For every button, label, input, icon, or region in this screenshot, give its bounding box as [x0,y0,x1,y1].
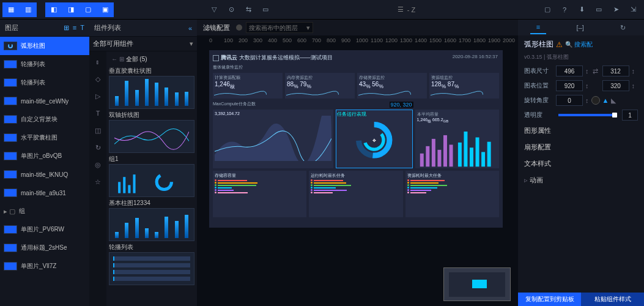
layer-item[interactable]: 轮播列表 [0,55,89,73]
opacity-label: 透明度 [524,111,553,119]
device-icon[interactable]: ▭ [257,2,274,17]
size-w-input[interactable]: 496 [556,65,583,76]
canvas-menu-icon[interactable]: ☰ [398,6,404,13]
layer-item[interactable]: 弧形柱图 [0,37,89,55]
layout2-icon[interactable]: ▣ [97,2,114,17]
opacity-slider[interactable] [558,114,617,116]
layer-item[interactable]: ▸ ▢组 [0,202,89,220]
ruler-horizontal: 0100200300400500600700800900100011001200… [197,35,518,47]
cube-icon[interactable]: ◧ [45,2,62,17]
flip-h-icon[interactable]: ▲ [602,97,609,104]
link-icon[interactable]: ⇆ [240,2,257,17]
help-icon[interactable]: ? [556,2,573,17]
grid-view-icon[interactable]: ⊞ [64,24,69,32]
lock-icon[interactable]: ⇄ [591,67,600,75]
cube2-icon[interactable]: ◨ [62,2,80,17]
filter-icon[interactable]: ▽ [205,2,223,17]
size-h-input[interactable]: 312 [602,65,629,76]
cat-text-icon[interactable]: T [94,109,102,118]
dash-title-text: 大数据计算服务运维模拟——测试项目 [239,54,333,62]
prop-section[interactable]: 扇形配置 [518,139,644,155]
comp-card[interactable] [109,164,194,197]
arc-chart-widget[interactable]: 任务运行表现 ✥ 920, 320 [336,110,412,168]
rot-input[interactable]: 0 [556,95,583,106]
svg-rect-13 [443,135,447,166]
pos-y-input[interactable]: 320 [602,80,629,91]
comp-card[interactable] [109,208,194,241]
component-header: 全部 (5) [126,56,147,62]
comp-card-label: 轮播列表 [109,241,194,252]
svg-point-4 [157,174,171,189]
dash-section2-value: 3,392,104.72 [215,111,331,116]
rot-label: 旋转角度 [524,96,553,105]
layer-item[interactable]: 自定义背景块 [0,110,89,129]
prop-section[interactable]: 文本样式 [518,155,644,172]
metric-cell: 资源组监控128% 87% [429,73,499,99]
screen-icon[interactable]: ▭ [590,2,607,17]
download-icon[interactable]: ⬇ [573,2,590,17]
layer-item[interactable]: 单图片_oBvQB [0,147,89,165]
canvas-search[interactable]: ▾ [246,22,313,33]
search-dropdown-icon[interactable]: ▾ [306,24,310,32]
tab-style[interactable]: ≡ [530,21,546,34]
cat-target-icon[interactable]: ◎ [94,160,102,169]
chevron-down-icon[interactable]: ▾ [186,40,197,48]
flip-v-icon[interactable]: ◣ [611,97,616,105]
canvas-area[interactable]: 滤镜配置 ▾ 010020030040050060070080090010001… [197,20,518,306]
camera-icon[interactable]: ▢ [539,2,556,17]
prop-section[interactable]: ▹ 动画 [518,172,644,188]
opacity-input[interactable]: 1 [622,110,638,121]
cat-play-icon[interactable]: ▷ [94,92,102,100]
canvas-search-input[interactable] [249,24,306,31]
filter-config-label[interactable]: 滤镜配置 [201,23,232,32]
svg-rect-16 [464,132,467,166]
prop-title: 弧形柱图 [524,39,553,50]
layer-item[interactable]: main-title_ceWNy [0,92,89,110]
component-filter-select[interactable]: 全部可用组件 [89,39,186,48]
comp-card[interactable] [109,76,194,109]
prop-section[interactable]: 图形属性 [518,122,644,139]
list-view-icon[interactable]: ≡ [73,24,76,32]
collapse-icon[interactable]: « [188,24,192,32]
rotate-dial-icon[interactable] [591,96,600,105]
cat-star-icon[interactable]: ☆ [94,177,102,186]
property-panel: ≡ [–] ↻ 弧形柱图 ⚠ 🔍 搜索配 v0.3.15 | 弧形柱图 图表尺寸… [518,20,644,306]
prop-version: v0.3.15 | 弧形柱图 [518,53,644,64]
cat-cube-icon[interactable]: ◫ [94,126,102,135]
copy-config-button[interactable]: 复制配置到剪贴板 [518,293,581,306]
layer-item[interactable]: 单图片_PV6RW [0,220,89,239]
warn-icon[interactable]: ⚠ [556,40,563,49]
export-icon[interactable]: ⇲ [624,2,642,17]
comp-card[interactable] [109,252,194,285]
layer-item[interactable]: 通用标题_2sHSe [0,239,89,257]
dash-right-title: 本平均容量 [417,111,497,118]
comp-card-label: 组1 [109,153,194,164]
layer-item[interactable]: main-title_a9u31 [0,184,89,202]
sort-icon[interactable]: T [80,24,84,32]
cat-chart-icon[interactable]: ⫾ [94,58,102,66]
prop-search-link[interactable]: 🔍 搜索配 [565,40,593,49]
canvas-minimap[interactable] [443,267,511,301]
filter-dot-icon[interactable] [236,24,242,31]
layers-toggle-icon[interactable]: ▦ [2,2,20,17]
cat-refresh-icon[interactable]: ↻ [94,143,102,152]
layer-item[interactable]: main-title_lKNUQ [0,165,89,184]
tab-data[interactable]: [–] [571,21,590,34]
comp-card-label: 双轴折线图 [109,109,194,120]
layer-item[interactable]: 轮播列表 [0,73,89,92]
size-label: 图表尺寸 [524,67,553,75]
magnet-icon[interactable]: ⊙ [223,2,240,17]
svg-rect-3 [133,174,135,193]
pos-x-input[interactable]: 920 [556,80,583,91]
tab-interact[interactable]: ↻ [614,21,632,34]
send-icon[interactable]: ➤ [607,2,624,17]
cat-user-icon[interactable]: ◇ [94,75,102,83]
layer-item[interactable]: 单图片_Vll7Z [0,257,89,275]
dashboard-preview[interactable]: 腾讯云 大数据计算服务运维模拟——测试项目 2020-09-28 16:52:3… [209,50,503,228]
dash-date: 2020-09-28 16:52:37 [453,54,498,59]
components-toggle-icon[interactable]: ▥ [20,2,37,17]
layout-icon[interactable]: ▢ [80,2,97,17]
paste-style-button[interactable]: 粘贴组件样式 [581,293,644,306]
layer-item[interactable]: 水平胶囊柱图 [0,129,89,147]
comp-card[interactable] [109,120,194,153]
